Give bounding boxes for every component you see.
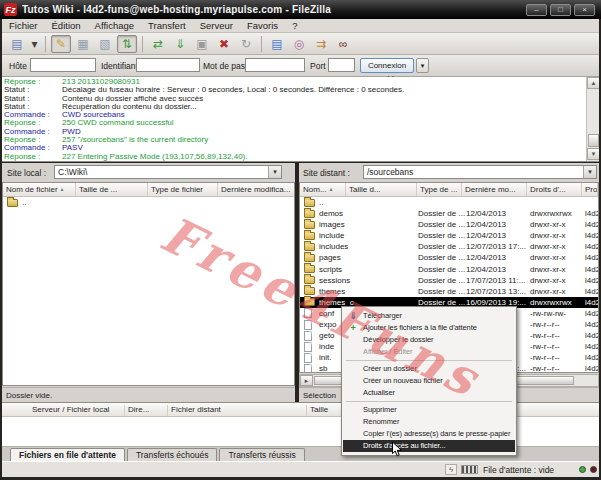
- queue-column-fichier-distant[interactable]: Fichier distant: [171, 405, 221, 414]
- log-line-label: Réponse :: [2, 153, 62, 161]
- context-menu-item-renommer[interactable]: Renommer: [343, 416, 515, 428]
- scroll-up-icon[interactable]: ▲: [587, 77, 599, 89]
- remote-column-pro[interactable]: Pro: [582, 183, 598, 196]
- local-file-row-item[interactable]: ..: [3, 197, 294, 208]
- refresh-icon: ⇄: [153, 37, 163, 51]
- remote-file-row-include[interactable]: includeDossier de ...12/04/2013drwxr-xr-…: [300, 230, 598, 241]
- title-bar[interactable]: Fz Tutos Wiki - l4d2-funs@web-hosting.my…: [0, 0, 601, 19]
- remote-file-cell-name: expo: [319, 319, 336, 330]
- log-scrollbar[interactable]: ▲ ▼: [586, 77, 599, 161]
- context-menu-item-telecharger[interactable]: ⇓Télécharger: [343, 310, 515, 322]
- close-button[interactable]: ×: [574, 4, 595, 16]
- quickconnect-dropdown-icon[interactable]: ▾: [416, 58, 429, 73]
- folder-icon: [304, 265, 315, 273]
- scroll-right-icon[interactable]: ►: [300, 375, 313, 386]
- remote-file-row-themes[interactable]: themesDossier de ...12/07/2013 13:...drw…: [300, 286, 598, 297]
- tab-transferts-echoues[interactable]: Transferts échoués: [127, 448, 217, 461]
- menu-item-serveur[interactable]: Serveur: [193, 19, 240, 32]
- remote-file-cell-name: geto: [319, 330, 335, 341]
- remote-column-derniere-mo[interactable]: Dernière mo...: [462, 183, 527, 196]
- menu-item-fichier[interactable]: Fichier: [2, 19, 45, 32]
- menu-item-transfert[interactable]: Transfert: [141, 19, 193, 32]
- context-menu-item-copier-l-es-adresse-s-dans-le-presse-papier[interactable]: Copier l'(es) adresse(s) dans le presse-…: [343, 428, 515, 440]
- context-menu-item-creer-un-nouveau-fichier[interactable]: Créer un nouveau fichier: [343, 375, 515, 387]
- remote-file-row-scripts[interactable]: scriptsDossier de ...12/04/2013drwxr-xr-…: [300, 264, 598, 275]
- folder-icon: [304, 243, 315, 251]
- remote-file-cell-name: init.: [319, 352, 331, 363]
- remote-file-row-item[interactable]: ..: [300, 197, 598, 208]
- menu-bar: FichierÉditionAffichageTransfertServeurF…: [2, 19, 599, 33]
- minimize-button[interactable]: –: [526, 4, 547, 16]
- toggle-remote-tree-button[interactable]: ▧: [95, 35, 115, 53]
- scroll-down-icon[interactable]: ▼: [587, 148, 599, 160]
- local-list-headers: Nom de fichier▴Taille de ...Type de fich…: [3, 183, 294, 197]
- remote-file-cell-perms: -rw-r--r--: [530, 363, 560, 373]
- site-manager-dropdown-button[interactable]: ▾: [29, 35, 40, 53]
- add-to-queue-icon: +: [347, 322, 359, 334]
- local-path-dropdown-icon[interactable]: ▾: [268, 166, 281, 178]
- remote-file-cell-owner: l4d2: [585, 286, 599, 297]
- toggle-log-button[interactable]: ✎: [51, 35, 71, 53]
- process-queue-button[interactable]: ⇓: [170, 35, 190, 53]
- context-menu-item-developper-le-dossier[interactable]: Développer le dossier: [343, 334, 515, 346]
- tab-fichiers-en-file-d-attente[interactable]: Fichiers en file d'attente: [10, 448, 125, 461]
- menu-item-item[interactable]: ?: [285, 19, 304, 32]
- queue-column-dire[interactable]: Dire...: [128, 405, 149, 414]
- quickconnect-button[interactable]: Connexion rapide: [360, 58, 414, 73]
- remote-list-headers: Nom...▴Taille d...Type de ...Dernière mo…: [300, 183, 598, 197]
- menu-item-edition[interactable]: Édition: [45, 19, 88, 32]
- remote-path-combo[interactable]: /sourcebans ▾: [363, 165, 597, 179]
- find-files-button[interactable]: ∞: [333, 35, 353, 53]
- log-scrollbar-thumb[interactable]: [588, 134, 599, 147]
- context-menu-item-label: Renommer: [363, 417, 399, 426]
- compare-button[interactable]: ◎: [289, 35, 309, 53]
- local-column-type-de-fichier[interactable]: Type de fichier: [148, 183, 218, 196]
- user-input[interactable]: [136, 58, 200, 72]
- remote-path-dropdown-icon[interactable]: ▾: [583, 166, 596, 178]
- cancel-button[interactable]: ▣: [192, 35, 212, 53]
- local-path-combo[interactable]: C:\Wiki\ ▾: [54, 165, 282, 179]
- local-column-taille-de[interactable]: Taille de ...: [76, 183, 148, 196]
- sync-browsing-button[interactable]: ⇉: [311, 35, 331, 53]
- remote-column-type-de[interactable]: Type de ...: [417, 183, 462, 196]
- refresh-button[interactable]: ⇄: [148, 35, 168, 53]
- cancel-icon: ▣: [196, 37, 207, 51]
- remote-column-nom[interactable]: Nom...▴: [300, 183, 346, 196]
- context-menu-item-actualiser[interactable]: Actualiser: [343, 387, 515, 399]
- context-menu-item-supprimer[interactable]: Supprimer: [343, 404, 515, 416]
- remote-file-row-pages[interactable]: pagesDossier de ...12/04/2013drwxr-xr-xl…: [300, 252, 598, 263]
- toggle-local-tree-button[interactable]: ▦: [73, 35, 93, 53]
- reconnect-button[interactable]: ↻: [236, 35, 256, 53]
- disconnect-button[interactable]: ✖: [214, 35, 234, 53]
- queue-column-taille[interactable]: Taille: [310, 405, 328, 414]
- local-column-derniere-modifica[interactable]: Dernière modifica...: [218, 183, 295, 196]
- remote-file-row-images[interactable]: imagesDossier de ...12/04/2013drwxr-xr-x…: [300, 219, 598, 230]
- remote-file-cell-name: demos: [319, 208, 343, 219]
- context-menu-item-afficher-editer: Afficher / Éditer: [343, 346, 515, 358]
- remote-file-cell-perms: -rw-r--r--: [530, 319, 560, 330]
- password-input[interactable]: [245, 58, 305, 72]
- port-input[interactable]: [328, 58, 355, 72]
- remote-file-row-includes[interactable]: includesDossier de ...12/07/2013 17:...d…: [300, 241, 598, 252]
- remote-column-droits-d[interactable]: Droits d'...: [527, 183, 582, 196]
- remote-column-taille-d[interactable]: Taille d...: [346, 183, 417, 196]
- remote-file-row-demos[interactable]: demosDossier de ...12/04/2013drwxrwxrwxl…: [300, 208, 598, 219]
- queue-column-serveur-fichier-local[interactable]: Serveur / Fichier local: [32, 405, 109, 414]
- toggle-queue-icon: ⇅: [122, 37, 132, 51]
- remote-column-label: Taille d...: [349, 185, 381, 196]
- context-menu-item-droits-d-acces-au-fichier[interactable]: Droits d'accès au fichier...: [343, 440, 515, 452]
- context-menu-item-creer-un-dossier[interactable]: Créer un dossier: [343, 363, 515, 375]
- host-input[interactable]: [30, 58, 96, 72]
- menu-item-favoris[interactable]: Favoris: [240, 19, 285, 32]
- folder-icon: [304, 254, 315, 262]
- maximize-button[interactable]: □: [550, 4, 571, 16]
- remote-file-row-sessions[interactable]: sessionsDossier de ...17/07/2013 11:...d…: [300, 275, 598, 286]
- local-column-nom-de-fichier[interactable]: Nom de fichier▴: [3, 183, 76, 196]
- toggle-remote-tree-icon: ▧: [99, 37, 110, 51]
- tab-transferts-reussis[interactable]: Transferts réussis: [219, 448, 304, 461]
- context-menu-item-ajouter-les-fichiers-a-la-file-d-attente[interactable]: +Ajouter les fichiers à la file d'attent…: [343, 322, 515, 334]
- site-manager-button[interactable]: ▤: [7, 35, 27, 53]
- menu-item-affichage[interactable]: Affichage: [88, 19, 141, 32]
- filter-button[interactable]: ▤: [267, 35, 287, 53]
- toggle-queue-button[interactable]: ⇅: [117, 35, 137, 53]
